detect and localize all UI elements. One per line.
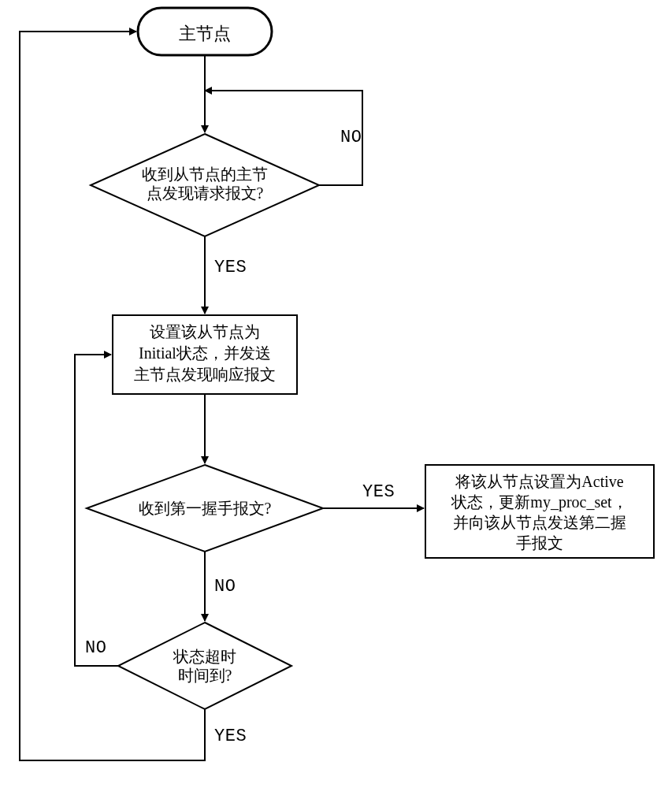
dec3-l1: 状态超时 — [173, 648, 236, 665]
start-node: 主节点 — [138, 8, 272, 55]
decision-timeout: 状态超时 时间到? — [118, 623, 291, 709]
dec1-yes-label: YES — [214, 258, 247, 277]
dec2-label: 收到第一握手报文? — [139, 500, 272, 517]
process-set-initial: 设置该从节点为 Initial状态，并发送 主节点发现响应报文 — [113, 315, 297, 394]
dec1-no-label: NO — [340, 128, 362, 147]
decision-first-handshake: 收到第一握手报文? — [87, 465, 323, 552]
start-label: 主节点 — [179, 24, 231, 43]
dec3-yes-label: YES — [214, 727, 247, 746]
proc1-l2: Initial状态，并发送 — [139, 344, 271, 362]
proc1-l3: 主节点发现响应报文 — [134, 366, 276, 383]
proc2-l3: 并向该从节点发送第二握 — [453, 514, 626, 531]
dec1-label-l2: 点发现请求报文? — [147, 184, 264, 202]
proc2-l2: 状态，更新my_proc_set， — [451, 493, 627, 511]
dec1-label-l1: 收到从节点的主节 — [142, 165, 268, 183]
proc1-l1: 设置该从节点为 — [150, 323, 260, 340]
flowchart-canvas: 主节点 收到从节点的主节 点发现请求报文? NO YES 设置该从节点为 Ini… — [0, 0, 672, 788]
dec2-yes-label: YES — [362, 482, 395, 502]
svg-marker-5 — [118, 623, 291, 709]
proc2-l4: 手报文 — [516, 534, 563, 552]
proc2-l1: 将该从节点设置为Active — [455, 473, 623, 490]
dec3-l2: 时间到? — [178, 667, 232, 684]
dec3-no-label: NO — [85, 638, 106, 658]
dec2-no-label: NO — [214, 577, 236, 597]
process-set-active: 将该从节点设置为Active 状态，更新my_proc_set， 并向该从节点发… — [425, 465, 654, 558]
decision-receive-discover-request: 收到从节点的主节 点发现请求报文? — [91, 134, 319, 236]
